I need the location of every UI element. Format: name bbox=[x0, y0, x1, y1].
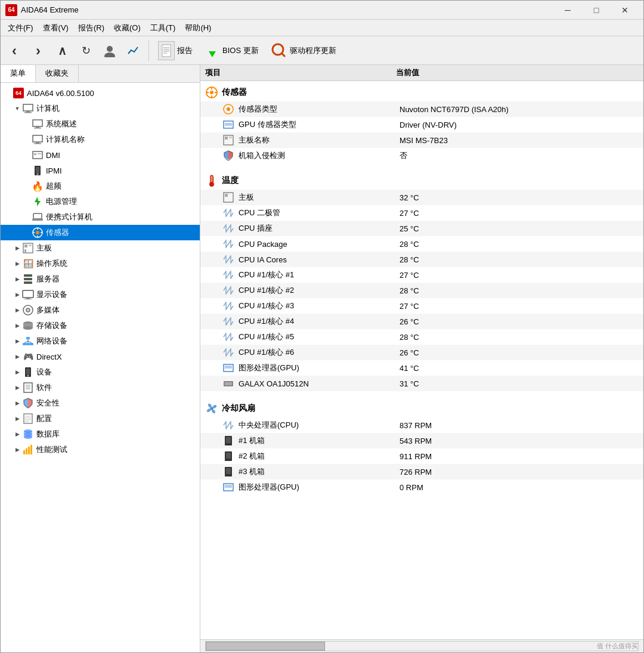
chart-button[interactable] bbox=[122, 39, 145, 62]
report-button[interactable]: 报告 bbox=[153, 39, 198, 62]
row-icon-cpu-core5 bbox=[222, 332, 235, 342]
refresh-button[interactable]: ↻ bbox=[75, 39, 97, 62]
row-label-gpu-fan: 图形处理器(GPU) bbox=[239, 482, 400, 493]
sidebar-item-label-power: 电源管理 bbox=[46, 196, 77, 207]
back-button[interactable]: ‹ bbox=[3, 39, 26, 62]
table-row: CPU #1/核心 #2 28 °C bbox=[200, 283, 643, 298]
sidebar-item-database[interactable]: ▶ 数据库 bbox=[1, 426, 200, 442]
svg-rect-110 bbox=[226, 468, 231, 474]
svg-rect-66 bbox=[24, 414, 32, 423]
user-button[interactable] bbox=[98, 39, 121, 62]
svg-rect-108 bbox=[226, 453, 231, 459]
sidebar-item-storage[interactable]: ▶ 存储设备 bbox=[1, 318, 200, 333]
svg-rect-26 bbox=[33, 213, 42, 219]
sidebar-item-power[interactable]: 电源管理 bbox=[1, 194, 200, 209]
sidebar-item-security[interactable]: ▶ 安全性 bbox=[1, 395, 200, 411]
sidebar-item-label-security: 安全性 bbox=[36, 398, 60, 408]
table-row: 传感器类型 Nuvoton NCT6797D (ISA A20h) bbox=[200, 101, 643, 117]
table-row: GALAX OA1J0512N 31 °C bbox=[200, 376, 643, 391]
svg-rect-44 bbox=[26, 298, 30, 299]
sidebar-item-config[interactable]: ▶ 配置 bbox=[1, 411, 200, 426]
minimize-button[interactable]: ─ bbox=[554, 1, 581, 19]
svg-rect-60 bbox=[26, 369, 30, 375]
svg-rect-90 bbox=[225, 137, 228, 140]
menu-view[interactable]: 查看(V) bbox=[38, 20, 73, 36]
sidebar-item-portable[interactable]: 便携式计算机 bbox=[1, 209, 200, 225]
sidebar-item-benchmark[interactable]: ▶ 性能测试 bbox=[1, 442, 200, 457]
row-label-galax: GALAX OA1J0512N bbox=[239, 379, 400, 388]
row-label-sensor-type: 传感器类型 bbox=[239, 104, 400, 114]
table-row: CPU #1/核心 #1 27 °C bbox=[200, 267, 643, 283]
svg-rect-10 bbox=[23, 104, 33, 111]
bios-update-button[interactable]: BIOS 更新 bbox=[199, 39, 264, 62]
sidebar-item-server[interactable]: ▶ 服务器 bbox=[1, 271, 200, 287]
header-item-label: 项目 bbox=[205, 67, 396, 78]
svg-point-41 bbox=[30, 275, 31, 276]
up-button[interactable]: ∧ bbox=[51, 39, 73, 62]
menu-help[interactable]: 帮助(H) bbox=[180, 20, 216, 36]
svg-rect-91 bbox=[229, 137, 232, 138]
device-icon bbox=[22, 366, 34, 378]
bios-icon bbox=[205, 43, 220, 58]
row-label-cpu-core3: CPU #1/核心 #3 bbox=[239, 301, 400, 311]
tab-menu[interactable]: 菜单 bbox=[1, 65, 36, 82]
row-label-case2: #2 机箱 bbox=[239, 451, 400, 462]
section-title-temp: 温度 bbox=[222, 175, 239, 186]
row-icon-gpu-sensor bbox=[222, 119, 235, 130]
svg-point-94 bbox=[209, 182, 214, 187]
menu-favorites[interactable]: 收藏(O) bbox=[109, 20, 145, 36]
sidebar-item-label-computer: 计算机 bbox=[36, 103, 60, 114]
forward-button[interactable]: › bbox=[27, 39, 49, 62]
report-label: 报告 bbox=[177, 45, 193, 56]
menu-file[interactable]: 文件(F) bbox=[3, 20, 38, 36]
sidebar-item-overclock[interactable]: 🔥 超频 bbox=[1, 178, 200, 194]
horizontal-scrollbar[interactable] bbox=[205, 641, 639, 651]
sidebar-item-label-software: 软件 bbox=[36, 382, 52, 393]
sidebar-item-ipmi[interactable]: IPMI bbox=[1, 163, 200, 178]
sidebar-item-display[interactable]: ▶ 显示设备 bbox=[1, 287, 200, 302]
svg-rect-20 bbox=[34, 153, 36, 155]
menu-report[interactable]: 报告(R) bbox=[73, 20, 109, 36]
sidebar-item-label-device: 设备 bbox=[36, 367, 52, 377]
sidebar-item-software[interactable]: ▶ 软件 bbox=[1, 380, 200, 395]
directx-icon: 🎮 bbox=[22, 351, 34, 363]
sidebar-item-network[interactable]: ▶ 网络设备 bbox=[1, 333, 200, 349]
driver-update-button[interactable]: 驱动程序更新 bbox=[265, 39, 342, 62]
sidebar-item-multimedia[interactable]: ▶ 多媒体 bbox=[1, 302, 200, 318]
svg-point-48 bbox=[27, 310, 29, 311]
sidebar-item-device[interactable]: ▶ 设备 bbox=[1, 364, 200, 380]
driver-label: 驱动程序更新 bbox=[290, 45, 336, 56]
maximize-button[interactable]: □ bbox=[583, 1, 610, 19]
svg-point-86 bbox=[227, 107, 230, 111]
tab-favorites[interactable]: 收藏夹 bbox=[36, 65, 79, 82]
sidebar-item-os[interactable]: ▶ 🪟 操作系统 bbox=[1, 256, 200, 271]
menu-tools[interactable]: 工具(T) bbox=[145, 20, 181, 36]
bottom-bar: 值 什么值得买 bbox=[200, 639, 643, 652]
expand-icon bbox=[3, 88, 13, 98]
spacer bbox=[200, 391, 643, 397]
sidebar-tree[interactable]: 64 AIDA64 v6.00.5100 ▼ 计算机 bbox=[1, 83, 200, 652]
svg-rect-36 bbox=[29, 245, 32, 246]
svg-point-74 bbox=[24, 432, 32, 436]
close-button[interactable]: ✕ bbox=[611, 1, 639, 19]
table-row: 机箱入侵检测 否 bbox=[200, 148, 643, 163]
sidebar-item-computer-name[interactable]: 计算机名称 bbox=[1, 132, 200, 147]
sidebar-item-sensor[interactable]: 传感器 bbox=[1, 225, 200, 240]
row-value-mb-temp: 32 °C bbox=[400, 193, 639, 202]
portable-icon bbox=[32, 211, 44, 223]
sidebar-item-motherboard[interactable]: ▶ 主板 bbox=[1, 240, 200, 256]
content-scroll[interactable]: 传感器 传感器类型 Nuvoton NCT6797D (ISA A20h) GP… bbox=[200, 81, 643, 639]
sidebar-item-system-summary[interactable]: 系统概述 bbox=[1, 116, 200, 132]
sidebar-item-label-sensor: 传感器 bbox=[46, 227, 69, 238]
spacer-bottom bbox=[200, 495, 643, 501]
svg-point-42 bbox=[30, 278, 31, 280]
sidebar-item-computer[interactable]: ▼ 计算机 bbox=[1, 101, 200, 116]
display-icon bbox=[22, 289, 34, 301]
row-value-cpu-core4: 26 °C bbox=[400, 317, 639, 326]
sidebar-item-directx[interactable]: ▶ 🎮 DirectX bbox=[1, 349, 200, 364]
sidebar-item-aida64[interactable]: 64 AIDA64 v6.00.5100 bbox=[1, 85, 200, 101]
row-value-cpu-package: 28 °C bbox=[400, 240, 639, 249]
svg-rect-15 bbox=[34, 128, 41, 129]
user-icon bbox=[103, 44, 116, 57]
sidebar-item-dmi[interactable]: DMI bbox=[1, 147, 200, 163]
